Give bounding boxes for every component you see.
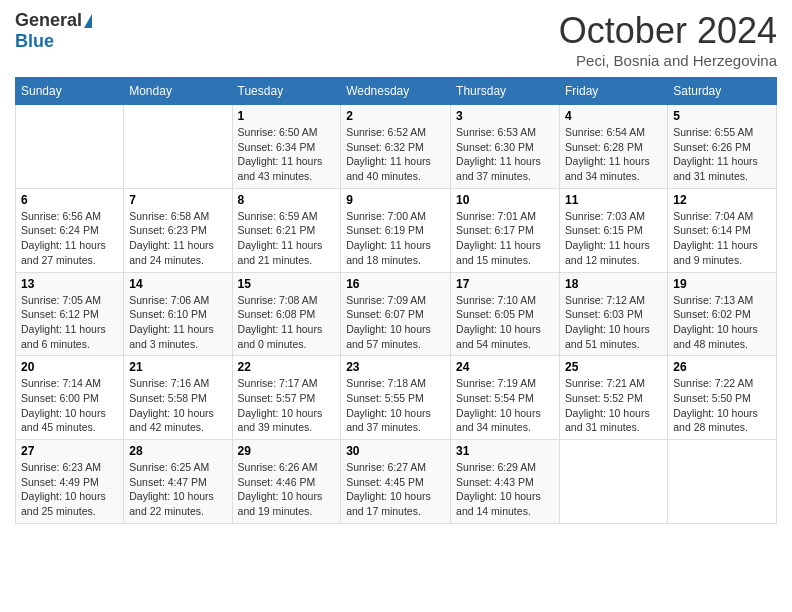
day-info: Sunrise: 7:05 AM Sunset: 6:12 PM Dayligh…: [21, 293, 118, 352]
day-number: 22: [238, 360, 336, 374]
calendar-cell: 2Sunrise: 6:52 AM Sunset: 6:32 PM Daylig…: [341, 105, 451, 189]
day-info: Sunrise: 7:18 AM Sunset: 5:55 PM Dayligh…: [346, 376, 445, 435]
day-of-week-header: Monday: [124, 78, 232, 105]
calendar-cell: 18Sunrise: 7:12 AM Sunset: 6:03 PM Dayli…: [560, 272, 668, 356]
day-number: 24: [456, 360, 554, 374]
calendar-cell: [560, 440, 668, 524]
day-of-week-header: Tuesday: [232, 78, 341, 105]
month-title: October 2024: [559, 10, 777, 52]
page-header: General Blue October 2024 Peci, Bosnia a…: [15, 10, 777, 69]
calendar-cell: 14Sunrise: 7:06 AM Sunset: 6:10 PM Dayli…: [124, 272, 232, 356]
calendar-cell: 29Sunrise: 6:26 AM Sunset: 4:46 PM Dayli…: [232, 440, 341, 524]
calendar-cell: 15Sunrise: 7:08 AM Sunset: 6:08 PM Dayli…: [232, 272, 341, 356]
day-number: 7: [129, 193, 226, 207]
day-info: Sunrise: 7:17 AM Sunset: 5:57 PM Dayligh…: [238, 376, 336, 435]
day-number: 10: [456, 193, 554, 207]
calendar-cell: 8Sunrise: 6:59 AM Sunset: 6:21 PM Daylig…: [232, 188, 341, 272]
day-info: Sunrise: 6:25 AM Sunset: 4:47 PM Dayligh…: [129, 460, 226, 519]
day-number: 12: [673, 193, 771, 207]
day-info: Sunrise: 7:13 AM Sunset: 6:02 PM Dayligh…: [673, 293, 771, 352]
day-info: Sunrise: 7:01 AM Sunset: 6:17 PM Dayligh…: [456, 209, 554, 268]
day-of-week-header: Friday: [560, 78, 668, 105]
day-info: Sunrise: 6:56 AM Sunset: 6:24 PM Dayligh…: [21, 209, 118, 268]
calendar-cell: 9Sunrise: 7:00 AM Sunset: 6:19 PM Daylig…: [341, 188, 451, 272]
day-number: 28: [129, 444, 226, 458]
day-number: 5: [673, 109, 771, 123]
day-info: Sunrise: 7:06 AM Sunset: 6:10 PM Dayligh…: [129, 293, 226, 352]
logo-icon: [84, 14, 92, 28]
calendar-cell: 7Sunrise: 6:58 AM Sunset: 6:23 PM Daylig…: [124, 188, 232, 272]
day-info: Sunrise: 6:58 AM Sunset: 6:23 PM Dayligh…: [129, 209, 226, 268]
day-info: Sunrise: 7:03 AM Sunset: 6:15 PM Dayligh…: [565, 209, 662, 268]
calendar-cell: 21Sunrise: 7:16 AM Sunset: 5:58 PM Dayli…: [124, 356, 232, 440]
day-number: 20: [21, 360, 118, 374]
calendar-cell: 10Sunrise: 7:01 AM Sunset: 6:17 PM Dayli…: [451, 188, 560, 272]
calendar-cell: 12Sunrise: 7:04 AM Sunset: 6:14 PM Dayli…: [668, 188, 777, 272]
calendar-cell: [668, 440, 777, 524]
calendar-cell: 20Sunrise: 7:14 AM Sunset: 6:00 PM Dayli…: [16, 356, 124, 440]
calendar-cell: 13Sunrise: 7:05 AM Sunset: 6:12 PM Dayli…: [16, 272, 124, 356]
day-number: 18: [565, 277, 662, 291]
day-info: Sunrise: 7:10 AM Sunset: 6:05 PM Dayligh…: [456, 293, 554, 352]
calendar-cell: 23Sunrise: 7:18 AM Sunset: 5:55 PM Dayli…: [341, 356, 451, 440]
calendar-cell: 16Sunrise: 7:09 AM Sunset: 6:07 PM Dayli…: [341, 272, 451, 356]
day-info: Sunrise: 7:12 AM Sunset: 6:03 PM Dayligh…: [565, 293, 662, 352]
day-info: Sunrise: 7:04 AM Sunset: 6:14 PM Dayligh…: [673, 209, 771, 268]
day-info: Sunrise: 6:52 AM Sunset: 6:32 PM Dayligh…: [346, 125, 445, 184]
day-number: 17: [456, 277, 554, 291]
day-number: 16: [346, 277, 445, 291]
location: Peci, Bosnia and Herzegovina: [559, 52, 777, 69]
calendar-cell: 24Sunrise: 7:19 AM Sunset: 5:54 PM Dayli…: [451, 356, 560, 440]
day-number: 8: [238, 193, 336, 207]
day-info: Sunrise: 6:54 AM Sunset: 6:28 PM Dayligh…: [565, 125, 662, 184]
day-info: Sunrise: 7:16 AM Sunset: 5:58 PM Dayligh…: [129, 376, 226, 435]
calendar-cell: 11Sunrise: 7:03 AM Sunset: 6:15 PM Dayli…: [560, 188, 668, 272]
day-info: Sunrise: 7:09 AM Sunset: 6:07 PM Dayligh…: [346, 293, 445, 352]
logo-blue: Blue: [15, 31, 54, 52]
calendar-cell: [124, 105, 232, 189]
logo: General Blue: [15, 10, 92, 52]
day-number: 2: [346, 109, 445, 123]
calendar-cell: 4Sunrise: 6:54 AM Sunset: 6:28 PM Daylig…: [560, 105, 668, 189]
calendar-week-row: 13Sunrise: 7:05 AM Sunset: 6:12 PM Dayli…: [16, 272, 777, 356]
calendar-cell: 19Sunrise: 7:13 AM Sunset: 6:02 PM Dayli…: [668, 272, 777, 356]
day-number: 4: [565, 109, 662, 123]
logo-general: General: [15, 10, 82, 31]
day-info: Sunrise: 6:23 AM Sunset: 4:49 PM Dayligh…: [21, 460, 118, 519]
day-number: 15: [238, 277, 336, 291]
day-of-week-header: Sunday: [16, 78, 124, 105]
day-info: Sunrise: 7:21 AM Sunset: 5:52 PM Dayligh…: [565, 376, 662, 435]
calendar-cell: 26Sunrise: 7:22 AM Sunset: 5:50 PM Dayli…: [668, 356, 777, 440]
day-number: 26: [673, 360, 771, 374]
calendar-cell: 17Sunrise: 7:10 AM Sunset: 6:05 PM Dayli…: [451, 272, 560, 356]
day-info: Sunrise: 7:14 AM Sunset: 6:00 PM Dayligh…: [21, 376, 118, 435]
day-info: Sunrise: 6:59 AM Sunset: 6:21 PM Dayligh…: [238, 209, 336, 268]
day-number: 30: [346, 444, 445, 458]
day-of-week-header: Saturday: [668, 78, 777, 105]
calendar-header-row: SundayMondayTuesdayWednesdayThursdayFrid…: [16, 78, 777, 105]
day-info: Sunrise: 6:55 AM Sunset: 6:26 PM Dayligh…: [673, 125, 771, 184]
calendar-cell: 25Sunrise: 7:21 AM Sunset: 5:52 PM Dayli…: [560, 356, 668, 440]
day-info: Sunrise: 7:22 AM Sunset: 5:50 PM Dayligh…: [673, 376, 771, 435]
day-number: 14: [129, 277, 226, 291]
day-number: 1: [238, 109, 336, 123]
day-number: 13: [21, 277, 118, 291]
day-info: Sunrise: 7:08 AM Sunset: 6:08 PM Dayligh…: [238, 293, 336, 352]
day-number: 6: [21, 193, 118, 207]
calendar-cell: 28Sunrise: 6:25 AM Sunset: 4:47 PM Dayli…: [124, 440, 232, 524]
calendar-week-row: 20Sunrise: 7:14 AM Sunset: 6:00 PM Dayli…: [16, 356, 777, 440]
day-number: 19: [673, 277, 771, 291]
calendar-cell: 5Sunrise: 6:55 AM Sunset: 6:26 PM Daylig…: [668, 105, 777, 189]
calendar-cell: 3Sunrise: 6:53 AM Sunset: 6:30 PM Daylig…: [451, 105, 560, 189]
day-info: Sunrise: 7:19 AM Sunset: 5:54 PM Dayligh…: [456, 376, 554, 435]
day-number: 27: [21, 444, 118, 458]
day-number: 21: [129, 360, 226, 374]
calendar-cell: 1Sunrise: 6:50 AM Sunset: 6:34 PM Daylig…: [232, 105, 341, 189]
day-info: Sunrise: 6:29 AM Sunset: 4:43 PM Dayligh…: [456, 460, 554, 519]
calendar-week-row: 27Sunrise: 6:23 AM Sunset: 4:49 PM Dayli…: [16, 440, 777, 524]
day-info: Sunrise: 6:50 AM Sunset: 6:34 PM Dayligh…: [238, 125, 336, 184]
calendar-week-row: 1Sunrise: 6:50 AM Sunset: 6:34 PM Daylig…: [16, 105, 777, 189]
day-info: Sunrise: 6:26 AM Sunset: 4:46 PM Dayligh…: [238, 460, 336, 519]
calendar-cell: 31Sunrise: 6:29 AM Sunset: 4:43 PM Dayli…: [451, 440, 560, 524]
day-number: 25: [565, 360, 662, 374]
